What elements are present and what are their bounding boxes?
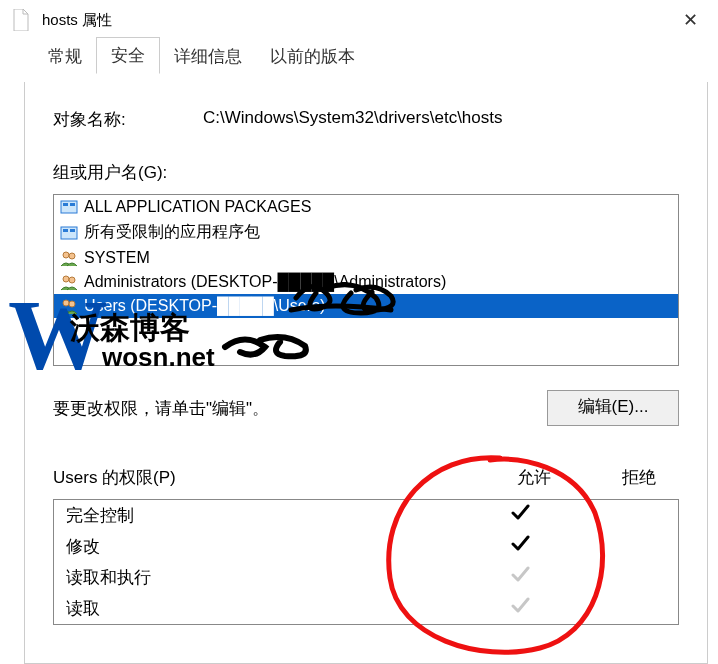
list-item-label: Users (DESKTOP-█████\Users) xyxy=(84,297,325,315)
edit-permissions-row: 要更改权限，请单击"编辑"。 编辑(E)... xyxy=(53,390,679,426)
svg-point-11 xyxy=(69,301,75,307)
tab-pane-security: 对象名称: C:\Windows\System32\drivers\etc\ho… xyxy=(24,82,708,664)
edit-permissions-msg: 要更改权限，请单击"编辑"。 xyxy=(53,397,547,420)
list-item[interactable]: ALL APPLICATION PACKAGES xyxy=(54,195,678,219)
groups-label: 组或用户名(G): xyxy=(53,161,679,184)
allow-mark xyxy=(456,566,586,589)
svg-rect-5 xyxy=(70,229,75,232)
edit-button[interactable]: 编辑(E)... xyxy=(547,390,679,426)
permissions-for-label: Users 的权限(P) xyxy=(53,466,469,489)
titlebar: hosts 属性 ✕ xyxy=(0,0,718,40)
list-item[interactable]: Users (DESKTOP-█████\Users) xyxy=(54,294,678,318)
permission-row: 修改 xyxy=(54,531,678,562)
svg-point-7 xyxy=(69,253,75,259)
allow-column-label: 允许 xyxy=(469,466,599,489)
deny-column-label: 拒绝 xyxy=(599,466,679,489)
svg-rect-4 xyxy=(63,229,68,232)
users-icon xyxy=(60,249,78,267)
users-icon xyxy=(60,297,78,315)
svg-point-6 xyxy=(63,252,69,258)
permission-row: 读取 xyxy=(54,593,678,624)
object-name-row: 对象名称: C:\Windows\System32\drivers\etc\ho… xyxy=(53,108,679,131)
permission-row: 读取和执行 xyxy=(54,562,678,593)
svg-point-8 xyxy=(63,276,69,282)
package-icon xyxy=(60,198,78,216)
permissions-header: Users 的权限(P) 允许 拒绝 xyxy=(53,466,679,489)
permissions-list: 完全控制 修改 读取和执行 读取 xyxy=(53,499,679,625)
allow-mark xyxy=(456,597,586,620)
users-icon xyxy=(60,273,78,291)
svg-point-10 xyxy=(63,300,69,306)
list-item-label: SYSTEM xyxy=(84,249,150,267)
svg-rect-2 xyxy=(70,203,75,206)
permission-name: 读取 xyxy=(66,597,456,620)
allow-mark xyxy=(456,504,586,527)
svg-point-9 xyxy=(69,277,75,283)
window-title: hosts 属性 xyxy=(42,11,670,30)
list-item-label: Administrators (DESKTOP-█████\Administra… xyxy=(84,273,446,291)
tab-strip: 常规 安全 详细信息 以前的版本 xyxy=(0,40,718,74)
tab-previous[interactable]: 以前的版本 xyxy=(256,39,369,74)
permission-row: 完全控制 xyxy=(54,500,678,531)
groups-listbox[interactable]: ALL APPLICATION PACKAGES 所有受限制的应用程序包 SYS… xyxy=(53,194,679,366)
permission-name: 完全控制 xyxy=(66,504,456,527)
allow-mark xyxy=(456,535,586,558)
list-item[interactable]: Administrators (DESKTOP-█████\Administra… xyxy=(54,270,678,294)
permission-name: 修改 xyxy=(66,535,456,558)
permission-name: 读取和执行 xyxy=(66,566,456,589)
object-path: C:\Windows\System32\drivers\etc\hosts xyxy=(203,108,502,131)
svg-rect-3 xyxy=(61,227,77,239)
properties-window: hosts 属性 ✕ 常规 安全 详细信息 以前的版本 对象名称: C:\Win… xyxy=(0,0,718,664)
tab-security[interactable]: 安全 xyxy=(96,37,160,74)
close-button[interactable]: ✕ xyxy=(670,9,710,31)
list-item-label: 所有受限制的应用程序包 xyxy=(84,222,260,243)
svg-rect-0 xyxy=(61,201,77,213)
package-icon xyxy=(60,224,78,242)
object-name-label: 对象名称: xyxy=(53,108,203,131)
tab-details[interactable]: 详细信息 xyxy=(160,39,256,74)
list-item-label: ALL APPLICATION PACKAGES xyxy=(84,198,311,216)
file-icon xyxy=(12,9,30,31)
list-item[interactable]: SYSTEM xyxy=(54,246,678,270)
svg-rect-1 xyxy=(63,203,68,206)
tab-general[interactable]: 常规 xyxy=(34,39,96,74)
list-item[interactable]: 所有受限制的应用程序包 xyxy=(54,219,678,246)
